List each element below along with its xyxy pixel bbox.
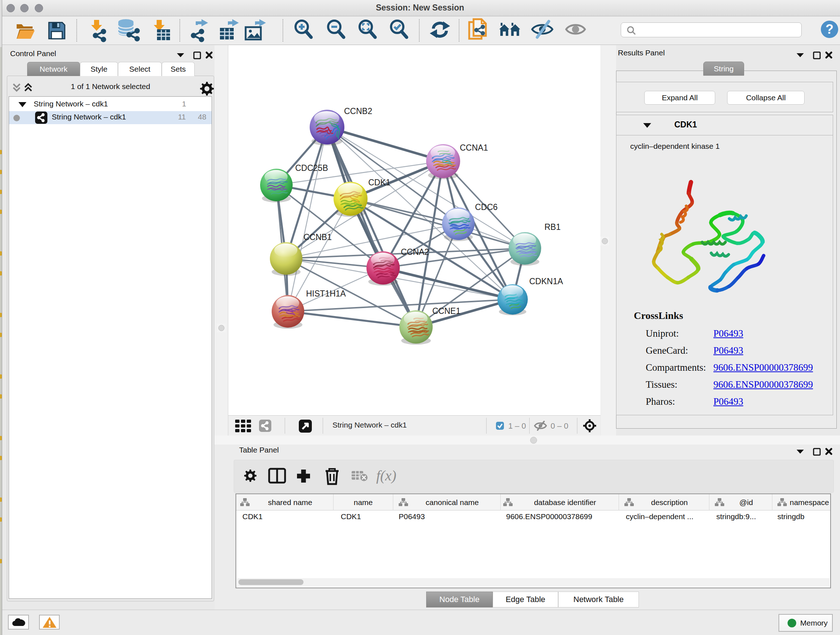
svg-text:CCNE1: CCNE1 [432, 306, 461, 316]
svg-text:CDC25B: CDC25B [295, 163, 328, 173]
svg-text:1 – 0: 1 – 0 [508, 421, 526, 431]
svg-text:?: ? [826, 22, 834, 36]
svg-text:CDC6: CDC6 [475, 203, 498, 212]
svg-text:f(x): f(x) [376, 467, 396, 484]
svg-text:CCNA1: CCNA1 [460, 143, 488, 152]
svg-text:CDK1: CDK1 [368, 178, 390, 187]
svg-text:HIST1H1A: HIST1H1A [306, 289, 346, 298]
svg-text:0 – 0: 0 – 0 [551, 421, 568, 431]
svg-text:CCNB2: CCNB2 [344, 106, 372, 116]
svg-text:RB1: RB1 [545, 222, 561, 232]
svg-text:CCNB1: CCNB1 [303, 233, 332, 242]
svg-text:CDKN1A: CDKN1A [529, 277, 563, 286]
svg-text:CCNA2: CCNA2 [401, 247, 429, 257]
